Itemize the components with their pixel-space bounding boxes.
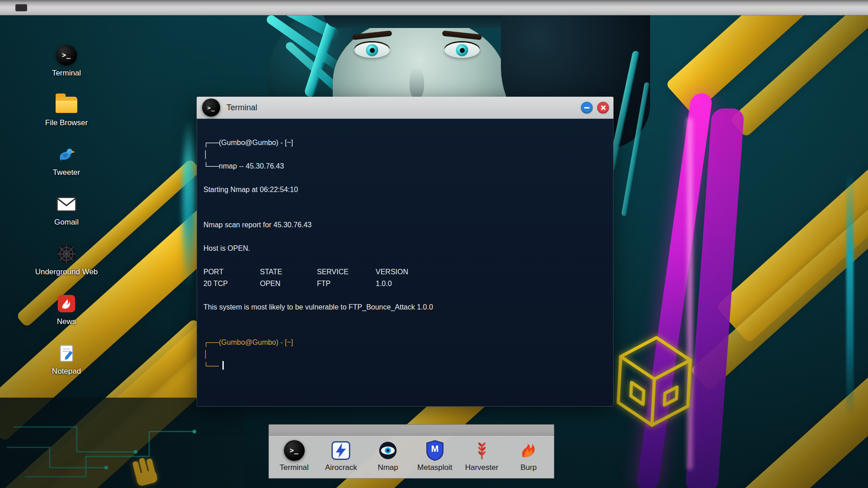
dock-item-label: Harvester	[465, 463, 499, 472]
dock-item-metasploit[interactable]: M Metasploit	[413, 440, 457, 472]
terminal-icon: >_	[56, 45, 77, 66]
desktop-icon-label: Notepad	[52, 367, 81, 376]
prompt-header: ┌──(Gumbo@Gumbo) - [~]	[203, 137, 604, 149]
output-scan-report: Nmap scan report for 45.30.76.43	[203, 219, 604, 231]
command-text: nmap -- 45.30.76.43	[219, 162, 284, 170]
dock-item-burp[interactable]: Burp	[507, 440, 550, 472]
terminal-output-area[interactable]: ┌──(Gumbo@Gumbo) - [~] │ └──nmap -- 45.3…	[197, 119, 613, 407]
dock-body: >_ Terminal Airocrack	[269, 436, 554, 479]
desktop-icon-gomail[interactable]: Gomail	[26, 192, 107, 242]
top-bar	[0, 0, 868, 15]
desktop-icon-underground-web[interactable]: Underground Web	[26, 242, 107, 292]
scan-table-header: PORTSTATESERVICEVERSION	[203, 266, 604, 278]
circuit-lines-graphic	[0, 413, 212, 488]
neon-cube-graphic	[609, 324, 700, 441]
desktop-icon-label: Gomail	[54, 218, 79, 227]
minimize-button[interactable]	[581, 102, 593, 113]
dock-item-nmap[interactable]: Nmap	[366, 440, 410, 472]
prompt-pipe: │	[203, 149, 604, 160]
top-bar-menu-chip[interactable]	[15, 4, 27, 11]
wallpaper-eye	[354, 42, 390, 58]
desktop-icon-news[interactable]: News	[26, 292, 107, 342]
dock-item-label: Burp	[520, 463, 537, 472]
terminal-icon: >_	[284, 440, 305, 461]
desktop-icon-tweeter[interactable]: Tweeter	[26, 143, 107, 192]
terminal-window-titlebar[interactable]: >_ Terminal	[197, 97, 613, 119]
close-icon	[600, 105, 606, 111]
close-button[interactable]	[597, 102, 609, 113]
desktop-icon-terminal[interactable]: >_ Terminal	[26, 43, 107, 93]
desktop-icon-label: File Browser	[45, 118, 88, 127]
dock-item-harvester[interactable]: Harvester	[460, 440, 504, 472]
bird-icon	[57, 145, 76, 164]
harvester-wheat-icon	[472, 441, 492, 460]
output-host-status: Host is OPEN.	[203, 243, 604, 254]
prompt2-header: ┌──(Gumbo@Gumbo) - [~]	[203, 337, 604, 348]
wallpaper-rim-light	[183, 118, 195, 290]
terminal-window: >_ Terminal ┌──(Gumbo@Gumbo) - [~] │ └──…	[197, 97, 613, 407]
dock-item-label: Terminal	[280, 463, 309, 472]
output-vulnerability: This system is most likely to be vulnera…	[203, 301, 604, 313]
output-starting: Starting Nmap at 06:22:54:10	[203, 184, 604, 196]
nmap-eye-icon	[378, 441, 398, 460]
wallpaper-nose-shadow	[410, 68, 424, 99]
wallpaper-iris	[366, 44, 378, 56]
prompt2-pipe: │	[203, 348, 604, 360]
notepad-icon	[57, 343, 76, 363]
desktop-icon-label: Terminal	[52, 69, 81, 78]
news-icon	[57, 294, 76, 314]
envelope-icon	[56, 196, 77, 212]
wallpaper-eye	[444, 42, 480, 58]
minimize-icon	[584, 107, 590, 108]
wallpaper-pupil	[460, 48, 465, 53]
airocrack-icon	[331, 441, 351, 460]
dock-handle[interactable]	[269, 424, 554, 436]
desktop-screen: >_ Terminal File Browser Tweeter	[0, 0, 868, 488]
dock-item-label: Nmap	[377, 463, 398, 472]
window-title: Terminal	[226, 103, 257, 113]
desktop-icon-grid: >_ Terminal File Browser Tweeter	[26, 43, 107, 391]
desktop-icon-label: Underground Web	[35, 267, 98, 277]
desktop-icon-notepad[interactable]: Notepad	[26, 342, 107, 391]
desktop-icon-file-browser[interactable]: File Browser	[26, 93, 107, 143]
folder-icon	[56, 97, 77, 113]
desktop-icon-label: Tweeter	[53, 168, 80, 177]
scan-table-row: 20 TCPOPENFTP1.0.0	[203, 278, 604, 290]
prompt-command-line: └──nmap -- 45.30.76.43	[203, 160, 604, 172]
wallpaper-cyan-streak	[846, 172, 854, 416]
metasploit-letter: M	[425, 444, 445, 454]
terminal-icon: >_	[202, 99, 220, 117]
dock: >_ Terminal Airocrack	[269, 424, 554, 479]
prompt2-input-line[interactable]: └──	[203, 360, 604, 372]
dock-item-terminal[interactable]: >_ Terminal	[273, 440, 316, 472]
dock-item-label: Metasploit	[417, 463, 452, 472]
spider-web-icon	[56, 244, 77, 264]
wallpaper-iris	[456, 44, 468, 56]
terminal-cursor	[222, 361, 224, 370]
wallpaper-pupil	[370, 48, 375, 53]
burp-flame-icon	[519, 441, 538, 460]
dock-item-label: Airocrack	[325, 463, 357, 472]
desktop-icon-label: News	[57, 317, 76, 326]
dock-item-airocrack[interactable]: Airocrack	[319, 440, 363, 472]
